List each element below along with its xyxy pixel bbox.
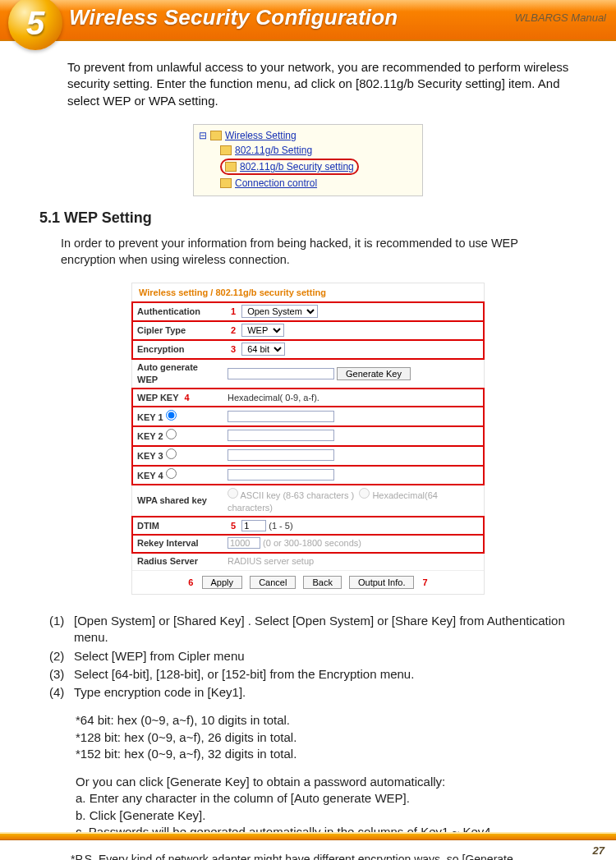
chapter-header: 5 Wireless Security Configuration WLBARG…	[0, 0, 616, 41]
note-152bit: *152 bit: hex (0~9, a~f), 32 digits in t…	[76, 746, 570, 762]
key4-radio[interactable]	[166, 468, 177, 479]
autogen-input[interactable]	[228, 368, 334, 379]
tree-item-label: 802.11g/b Setting	[235, 144, 312, 157]
callout-number: 1	[228, 306, 239, 316]
step-number: (1)	[49, 613, 74, 646]
row-label: Encryption	[132, 340, 223, 359]
settings-footer: 6 Apply Cancel Back Output Info. 7	[132, 571, 484, 594]
row-label: KEY 1	[137, 412, 163, 422]
apply-button[interactable]: Apply	[202, 576, 243, 589]
callout-number: 2	[228, 325, 239, 335]
tree-root-label: Wireless Setting	[225, 129, 297, 142]
row-label: WEP KEY	[137, 393, 178, 402]
row-label: Cipler Type	[132, 321, 223, 340]
row-label: KEY 4	[137, 471, 163, 481]
rekey-input	[228, 537, 260, 549]
row-label: DTIM	[132, 517, 223, 535]
key1-input[interactable]	[228, 411, 334, 422]
autogen-step-b: b. Click [Generate Key].	[76, 807, 570, 824]
row-label: Rekey Interval	[132, 535, 223, 553]
intro-paragraph: To prevent from unlawful access to your …	[67, 59, 570, 109]
wpa-ascii-radio	[228, 488, 238, 499]
tree-row-item: Connection control	[199, 176, 417, 191]
wepkey-hint: Hexadecimal( 0-9, a-f).	[223, 389, 484, 407]
key3-input[interactable]	[228, 449, 334, 461]
generate-key-button[interactable]: Generate Key	[337, 367, 411, 380]
step-text: Select [WEP] from Cipler menu	[74, 648, 570, 665]
row-label: KEY 2	[137, 431, 163, 441]
section-heading: 5.1 WEP Setting	[39, 208, 570, 228]
callout-number: 3	[228, 344, 239, 354]
rekey-hint: (0 or 300-1800 seconds)	[263, 538, 361, 548]
tree-row-item: 802.11g/b Setting	[199, 143, 417, 158]
bit-notes: *64 bit: hex (0~9, a~f), 10 digits in to…	[76, 712, 570, 762]
manual-label: WLBARGS Manual	[515, 11, 606, 24]
output-info-button[interactable]: Output Info.	[349, 576, 414, 589]
authentication-select[interactable]: Open System	[241, 305, 318, 318]
autogen-block: Or you can click [Generate Key] to obtai…	[76, 774, 570, 840]
back-button[interactable]: Back	[303, 576, 341, 589]
row-label: WPA shared key	[132, 485, 223, 517]
key2-input[interactable]	[228, 430, 334, 441]
key3-radio[interactable]	[166, 448, 177, 459]
row-label: Auto generate WEP	[132, 359, 223, 389]
key4-input[interactable]	[228, 469, 334, 481]
chapter-number: 5	[26, 5, 44, 42]
encryption-select[interactable]: 64 bit	[241, 343, 285, 356]
footer-strip	[0, 832, 616, 840]
tree-row-root: ⊟ Wireless Setting	[199, 128, 417, 143]
folder-icon	[225, 162, 237, 172]
step-number: (3)	[49, 666, 74, 683]
cancel-button[interactable]: Cancel	[250, 576, 296, 589]
note-128bit: *128 bit: hex (0~9, a~f), 26 digits in t…	[76, 729, 570, 746]
tree-minus-icon: ⊟	[199, 129, 207, 142]
callout-number: 4	[181, 393, 192, 402]
key2-radio[interactable]	[166, 429, 177, 439]
selected-highlight: 802.11g/b Security setting	[220, 159, 359, 175]
row-label: Authentication	[132, 302, 223, 321]
cipher-select[interactable]: WEP	[241, 324, 284, 337]
radius-hint: RADIUS server setup	[223, 553, 484, 571]
step-text: [Open System] or [Shared Key] . Select […	[74, 613, 570, 646]
section-intro: In order to prevent your information fro…	[61, 236, 570, 268]
menu-tree-screenshot: ⊟ Wireless Setting 802.11g/b Setting 802…	[193, 124, 423, 196]
step-text: Select [64-bit], [128-bit], or [152-bit]…	[74, 666, 570, 683]
tree-item-label: 802.11g/b Security setting	[240, 160, 354, 173]
row-label: KEY 3	[137, 451, 163, 461]
wpa-hex-radio	[359, 488, 370, 499]
dtim-input[interactable]	[241, 520, 266, 531]
callout-number: 5	[228, 521, 239, 531]
folder-icon	[220, 145, 232, 155]
page-content: To prevent from unlawful access to your …	[0, 41, 616, 860]
page-number: 27	[593, 844, 605, 857]
dtim-hint: (1 - 5)	[269, 521, 292, 531]
steps-list: (1)[Open System] or [Shared Key] . Selec…	[49, 613, 570, 701]
settings-screenshot: Wireless setting / 802.11g/b security se…	[131, 283, 485, 595]
autogen-step-a: a. Enter any character in the column of …	[76, 790, 570, 807]
key1-radio[interactable]	[166, 410, 177, 421]
row-label: Radius Server	[132, 553, 223, 571]
autogen-intro: Or you can click [Generate Key] to obtai…	[76, 774, 570, 790]
step-number: (2)	[49, 648, 74, 665]
tree-row-item-selected: 802.11g/b Security setting	[199, 158, 417, 176]
callout-number: 6	[185, 577, 196, 587]
wpa-opt1: ASCII key (8-63 characters )	[240, 490, 354, 500]
step-text: Type encryption code in [Key1].	[74, 684, 570, 701]
note-64bit: *64 bit: hex (0~9, a~f), 10 digits in to…	[76, 712, 570, 729]
chapter-title: Wireless Security Configuration	[69, 5, 398, 30]
folder-icon	[220, 178, 232, 188]
step-number: (4)	[49, 684, 74, 701]
ps-note-line1: *P.S. Every kind of network adapter migh…	[71, 852, 570, 860]
tree-item-label: Connection control	[235, 177, 317, 190]
callout-number: 7	[420, 577, 431, 587]
folder-icon	[210, 131, 222, 140]
settings-breadcrumb: Wireless setting / 802.11g/b security se…	[132, 283, 484, 302]
